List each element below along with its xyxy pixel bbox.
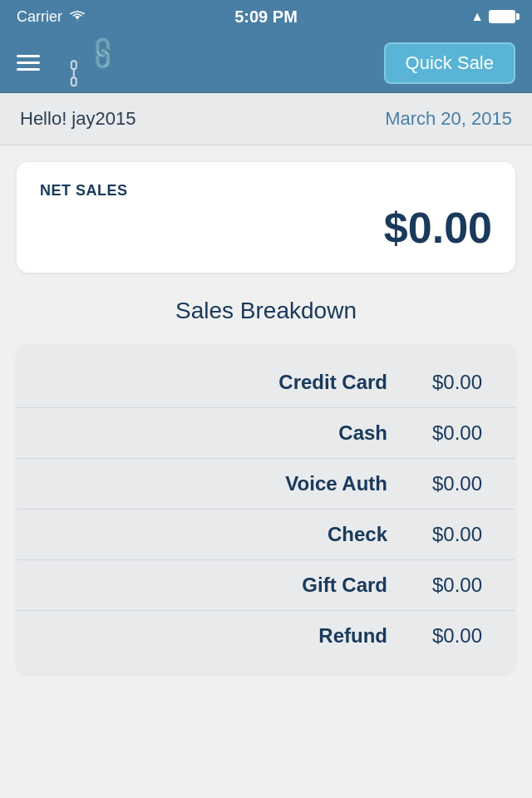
svg-rect-0 <box>71 77 76 86</box>
breakdown-row: Gift Card$0.00 <box>17 560 515 611</box>
svg-line-2 <box>71 70 77 76</box>
breakdown-row: Check$0.00 <box>17 510 515 560</box>
sales-breakdown-title: Sales Breakdown <box>17 298 515 324</box>
breakdown-row-value: $0.00 <box>407 574 482 597</box>
breakdown-row-value: $0.00 <box>407 371 482 394</box>
greeting-text: Hello! jay2015 <box>20 108 135 130</box>
breakdown-row: Cash$0.00 <box>17 408 515 459</box>
status-bar: Carrier 5:09 PM ▲ <box>0 0 532 33</box>
net-sales-amount: $0.00 <box>40 203 492 253</box>
breakdown-row-label: Check <box>221 523 387 546</box>
breakdown-row-label: Cash <box>221 421 387 445</box>
nav-bar: 🔗 Quick Sale <box>0 33 532 93</box>
net-sales-label: NET SALES <box>40 182 492 200</box>
breakdown-row-value: $0.00 <box>407 624 482 648</box>
svg-rect-1 <box>71 61 76 69</box>
wifi-icon <box>69 8 86 26</box>
location-icon: ▲ <box>470 9 484 24</box>
status-bar-right: ▲ <box>470 9 515 24</box>
breakdown-row: Credit Card$0.00 <box>17 357 515 408</box>
nav-left: 🔗 <box>17 46 121 80</box>
breakdown-row: Voice Auth$0.00 <box>17 459 515 510</box>
breakdown-row-label: Refund <box>221 624 387 648</box>
status-bar-left: Carrier <box>17 8 86 26</box>
main-content: NET SALES $0.00 Sales Breakdown Credit C… <box>0 145 532 691</box>
breakdown-card: Credit Card$0.00Cash$0.00Voice Auth$0.00… <box>17 344 515 674</box>
breakdown-row: Refund$0.00 <box>17 611 515 661</box>
net-sales-card: NET SALES $0.00 <box>17 162 515 273</box>
hello-bar: Hello! jay2015 March 20, 2015 <box>0 93 532 145</box>
carrier-label: Carrier <box>17 8 62 26</box>
hamburger-menu-button[interactable] <box>17 55 40 71</box>
breakdown-row-label: Voice Auth <box>221 472 387 495</box>
quick-sale-button[interactable]: Quick Sale <box>384 42 515 84</box>
breakdown-row-value: $0.00 <box>407 421 482 445</box>
battery-icon <box>489 10 515 23</box>
link-icon[interactable]: 🔗 <box>54 28 123 97</box>
breakdown-row-value: $0.00 <box>407 472 482 495</box>
breakdown-row-value: $0.00 <box>407 523 482 546</box>
date-text: March 20, 2015 <box>385 108 512 130</box>
breakdown-row-label: Gift Card <box>221 574 387 597</box>
breakdown-row-label: Credit Card <box>221 371 387 394</box>
status-bar-time: 5:09 PM <box>234 7 298 27</box>
